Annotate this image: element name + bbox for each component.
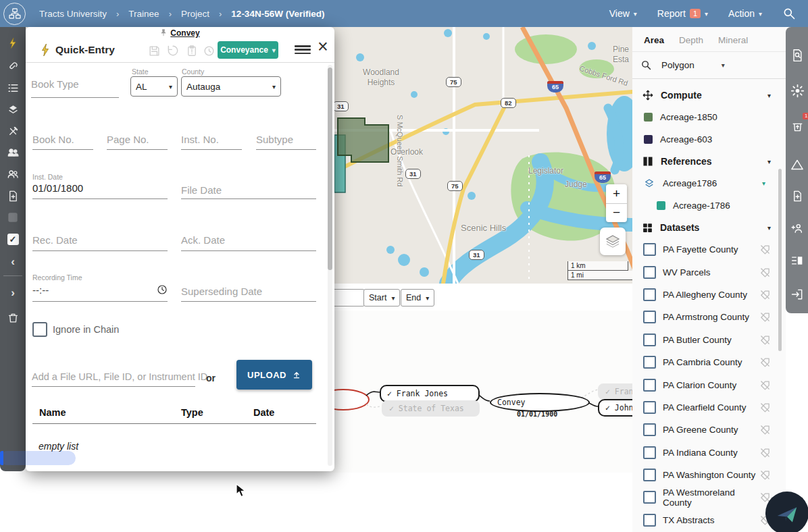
- search-icon[interactable]: [640, 59, 652, 71]
- label-off-icon[interactable]: [759, 469, 771, 481]
- label-off-icon[interactable]: [759, 379, 771, 391]
- attachment-paperclip-icon[interactable]: [5, 58, 21, 74]
- dataset-checkbox[interactable]: [643, 423, 656, 436]
- compute-layer-row[interactable]: Acreage-1850: [632, 106, 786, 128]
- file-url-input[interactable]: Add a File URL, File ID, or Instrument I…: [32, 371, 207, 382]
- save-icon[interactable]: [147, 44, 161, 57]
- upload-faded-icon[interactable]: [5, 209, 21, 225]
- breadcrumb-item-current[interactable]: 12-34N-56W (Verified): [231, 9, 324, 19]
- subtype-input[interactable]: Subtype: [256, 134, 293, 145]
- zoom-in-button[interactable]: +: [606, 184, 627, 203]
- tab-mineral[interactable]: Mineral: [718, 35, 748, 45]
- state-select[interactable]: AL▾: [130, 76, 178, 97]
- layers-icon[interactable]: [5, 101, 21, 117]
- dataset-row[interactable]: TX Abstracts: [632, 509, 786, 531]
- datasets-section-header[interactable]: Datasets ▾: [632, 217, 786, 238]
- tab-depth[interactable]: Depth: [679, 35, 703, 45]
- rec-date-input[interactable]: Rec. Date: [32, 234, 78, 246]
- tab-area[interactable]: Area: [644, 35, 664, 45]
- label-off-icon[interactable]: [759, 334, 771, 346]
- dataset-row[interactable]: PA Washington County: [632, 464, 786, 486]
- pinned-tab-label[interactable]: Convey: [170, 28, 199, 38]
- chevron-down-icon[interactable]: ▾: [762, 180, 765, 187]
- view-menu[interactable]: View▾: [609, 8, 637, 19]
- triangle-icon[interactable]: [789, 157, 805, 173]
- dataset-row[interactable]: PA Clarion County: [632, 373, 786, 396]
- dataset-row[interactable]: PA Allegheny County: [632, 284, 786, 306]
- settings-gear-icon[interactable]: [789, 82, 805, 99]
- compute-section-header[interactable]: Compute ▾: [632, 84, 786, 106]
- tools-icon[interactable]: [5, 123, 21, 139]
- upload-button[interactable]: UPLOAD: [236, 360, 312, 390]
- dataset-row[interactable]: PA Indiana County: [632, 442, 786, 464]
- expand-right-icon[interactable]: ›: [5, 285, 21, 301]
- start-select[interactable]: Start▾: [363, 289, 400, 307]
- book-type-input[interactable]: Book Type: [31, 78, 79, 90]
- reference-group-row[interactable]: Acreage1786 ▾: [632, 172, 786, 194]
- chevron-down-icon[interactable]: ▾: [767, 92, 771, 99]
- dataset-checkbox[interactable]: [643, 491, 656, 504]
- file-date-input[interactable]: File Date: [181, 184, 222, 196]
- dataset-checkbox[interactable]: [643, 334, 656, 346]
- document-type-dropdown[interactable]: Conveyance▾: [218, 41, 278, 59]
- search-icon[interactable]: [782, 7, 796, 20]
- dataset-row[interactable]: PA Armstrong County: [632, 306, 786, 328]
- chevron-down-icon[interactable]: ▾: [767, 224, 771, 232]
- label-off-icon[interactable]: [759, 402, 771, 413]
- document-search-icon[interactable]: [789, 47, 805, 63]
- dataset-checkbox[interactable]: [643, 401, 656, 414]
- county-select[interactable]: Autauga▾: [181, 76, 281, 97]
- breadcrumb-item-2[interactable]: Project: [181, 9, 209, 19]
- sidebar-scrollbar[interactable]: [778, 169, 782, 351]
- add-document-icon[interactable]: [789, 188, 805, 204]
- dataset-checkbox[interactable]: [643, 243, 656, 256]
- label-off-icon[interactable]: [759, 311, 771, 323]
- modal-scrollbar-thumb[interactable]: [328, 68, 332, 270]
- dataset-checkbox[interactable]: [643, 446, 656, 459]
- inst-date-input[interactable]: 01/01/1800: [32, 182, 83, 194]
- label-off-icon[interactable]: [759, 244, 771, 255]
- reference-layer-row[interactable]: Acreage-1786: [632, 194, 786, 217]
- add-user-icon[interactable]: [789, 220, 805, 236]
- label-off-icon[interactable]: [759, 267, 771, 278]
- exit-icon[interactable]: [789, 286, 805, 302]
- geometry-select[interactable]: Polygon: [661, 60, 695, 70]
- app-logo[interactable]: [3, 3, 26, 25]
- undo-icon[interactable]: [166, 44, 180, 57]
- chevron-down-icon[interactable]: ▾: [767, 158, 771, 165]
- history-icon[interactable]: [202, 44, 216, 57]
- dataset-checkbox[interactable]: [643, 379, 656, 392]
- trash-icon[interactable]: [5, 309, 21, 325]
- superseding-date-input[interactable]: Superseding Date: [181, 286, 262, 297]
- parties-filled-icon[interactable]: [5, 144, 21, 161]
- dataset-row[interactable]: WV Parcels: [632, 261, 786, 283]
- flow-node-frank-2[interactable]: ✓ Frank: [598, 383, 632, 400]
- dataset-row[interactable]: PA Westmoreland County: [632, 486, 786, 508]
- tasks-checkbox-icon[interactable]: ✓: [5, 231, 21, 247]
- label-off-icon[interactable]: [759, 424, 771, 435]
- dataset-checkbox[interactable]: [643, 266, 656, 279]
- compute-layer-row[interactable]: Acreage-603: [632, 128, 786, 151]
- flow-node-john-l[interactable]: ✓ John L: [598, 399, 632, 417]
- page-no-input[interactable]: Page No.: [107, 134, 149, 145]
- modal-close-icon[interactable]: ×: [318, 38, 328, 56]
- chevron-down-icon[interactable]: ▾: [722, 61, 725, 69]
- references-section-header[interactable]: References ▾: [632, 151, 786, 172]
- dataset-row[interactable]: PA Cambria County: [632, 351, 786, 373]
- label-off-icon[interactable]: [759, 447, 771, 458]
- label-off-icon[interactable]: [759, 356, 771, 368]
- dataset-checkbox[interactable]: [643, 311, 656, 323]
- columns-layout-icon[interactable]: [789, 252, 805, 269]
- ignore-in-chain-checkbox[interactable]: [32, 322, 47, 337]
- report-menu[interactable]: Report 1 ▾: [657, 8, 708, 19]
- dataset-row[interactable]: PA Greene County: [632, 419, 786, 441]
- quick-entry-bolt-icon[interactable]: [5, 35, 21, 51]
- ack-date-input[interactable]: Ack. Date: [181, 234, 225, 246]
- breadcrumb-item-1[interactable]: Trainee: [128, 9, 159, 19]
- flow-node-convey[interactable]: Convey: [490, 393, 590, 412]
- recording-time-input[interactable]: --:--: [32, 284, 49, 296]
- clock-icon[interactable]: [157, 284, 168, 295]
- dataset-row[interactable]: PA Fayette County: [632, 238, 786, 261]
- dataset-checkbox[interactable]: [643, 356, 656, 369]
- action-menu[interactable]: Action▾: [728, 8, 762, 19]
